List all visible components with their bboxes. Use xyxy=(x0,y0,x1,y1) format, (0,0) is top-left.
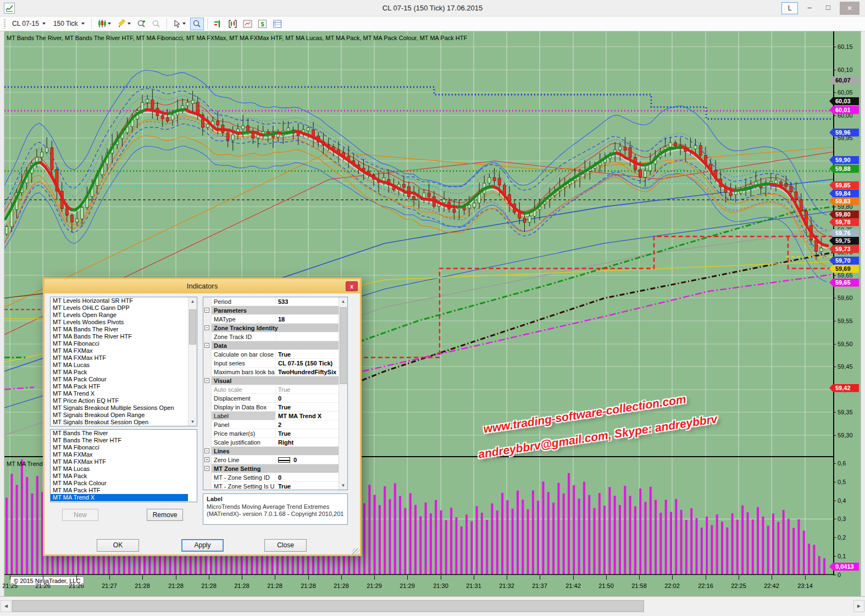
applied-indicator-item[interactable]: MT MA FXMax HTF xyxy=(51,458,188,465)
scroll-right-arrow[interactable]: ► xyxy=(853,600,864,612)
property-row[interactable]: MT - Zone Setting Is UTrue xyxy=(203,482,339,490)
indicators-button[interactable] xyxy=(211,18,225,30)
property-grid[interactable]: Period533−ParametersMAType18−Zone Tracki… xyxy=(203,297,348,490)
property-value[interactable] xyxy=(276,332,339,341)
interval-selector[interactable]: 150 Tick xyxy=(50,18,88,29)
property-value[interactable]: 18 xyxy=(276,315,339,323)
scroll-up-arrow[interactable]: ▲ xyxy=(188,297,197,306)
indicator-list-item[interactable]: MT MA Bands The River HTF xyxy=(51,333,188,340)
indicator-list-item[interactable]: MT MA Bands The River xyxy=(51,326,188,333)
data-box-button[interactable] xyxy=(190,18,204,30)
link-button[interactable]: L xyxy=(781,2,798,14)
property-row[interactable]: Panel2 xyxy=(203,420,339,429)
indicator-list-item[interactable]: MT MA Pack Colour xyxy=(51,376,188,383)
collapse-icon[interactable]: − xyxy=(204,466,209,471)
dialog-titlebar[interactable]: Indicators x xyxy=(45,279,360,293)
scroll-left-arrow[interactable]: ◄ xyxy=(1,600,12,612)
collapse-icon[interactable]: − xyxy=(204,308,209,313)
resize-grip[interactable] xyxy=(352,548,359,556)
maximize-button[interactable]: □ xyxy=(821,2,835,14)
account-data-button[interactable]: $ xyxy=(256,18,269,30)
scrollbar-thumb[interactable] xyxy=(189,309,196,345)
indicator-list-item[interactable]: MT MA Pack HTF xyxy=(51,383,188,390)
zoom-in-button[interactable] xyxy=(135,18,148,30)
applied-indicator-item[interactable]: MT MA Trend X xyxy=(51,494,188,501)
dialog-close-button[interactable]: x xyxy=(346,281,358,291)
property-value[interactable]: 0 xyxy=(276,473,339,481)
available-indicators-list[interactable]: MT Levels Horizontal SR HTFMT Levels OHL… xyxy=(50,297,197,426)
apply-button[interactable]: Apply xyxy=(181,539,224,552)
scroll-down-arrow[interactable]: ▼ xyxy=(339,481,347,490)
list-scrollbar[interactable]: ▲ ▼ xyxy=(188,297,197,426)
drawing-tools-button[interactable] xyxy=(115,18,134,30)
property-value[interactable]: True xyxy=(276,403,339,411)
collapse-icon[interactable]: − xyxy=(204,448,209,453)
property-value[interactable]: 0 xyxy=(276,394,339,402)
property-value[interactable]: MT MA Trend X xyxy=(276,412,339,420)
property-row[interactable]: Scale justificationRight xyxy=(203,438,339,447)
applied-indicator-item[interactable]: MT Bands The River HTF xyxy=(51,437,188,444)
property-section[interactable]: −Lines xyxy=(203,447,339,456)
property-section[interactable]: −MT Zone Setting xyxy=(203,464,339,473)
data-grid-button[interactable] xyxy=(270,18,284,30)
property-value[interactable]: 0 xyxy=(276,456,339,464)
property-value[interactable]: 533 xyxy=(276,297,339,306)
property-value[interactable]: True xyxy=(276,429,339,437)
applied-indicator-item[interactable]: MT MA Pack Colour xyxy=(51,480,188,487)
instrument-selector[interactable]: CL 07-15 xyxy=(9,18,49,29)
property-row[interactable]: MT - Zone Setting ID0 xyxy=(203,473,339,482)
grid-scrollbar[interactable]: ▲ ▼ xyxy=(339,297,347,490)
property-section[interactable]: −Parameters xyxy=(203,306,339,315)
time-axis[interactable]: © 2015 NinjaTrader, LLC 21:2521:2621:262… xyxy=(4,575,833,596)
applied-indicator-item[interactable]: MT MA Lucas xyxy=(51,465,188,473)
indicator-list-item[interactable]: MT MA Trend X xyxy=(51,390,188,397)
indicator-list-item[interactable]: MT MA FXMax HTF xyxy=(51,354,188,362)
property-section[interactable]: −Zone Tracking Identity xyxy=(203,324,339,332)
applied-indicator-item[interactable]: MT Bands The River xyxy=(51,430,188,437)
indicator-list-item[interactable]: MT MA Pack xyxy=(51,369,188,376)
price-axis[interactable]: 60,1560,1060,0560,0059,9559,9059,8559,80… xyxy=(833,31,864,596)
property-value[interactable]: True xyxy=(276,482,339,490)
close-dialog-button[interactable]: Close xyxy=(264,539,307,552)
property-row[interactable]: Calculate on bar closeTrue xyxy=(203,350,339,359)
applied-indicator-item[interactable]: MT MA Pack xyxy=(51,473,188,480)
applied-indicators-list[interactable]: MT Bands The RiverMT Bands The River HTF… xyxy=(50,429,197,502)
scroll-up-arrow[interactable]: ▲ xyxy=(339,297,347,306)
remove-button[interactable]: Remove xyxy=(147,509,183,521)
chart-properties-button[interactable] xyxy=(226,18,240,30)
indicator-list-item[interactable]: MT Levels OHLC Gann DPP xyxy=(51,304,188,312)
indicator-list-item[interactable]: MT MA Fibonacci xyxy=(51,340,188,347)
property-value[interactable]: CL 07-15 (150 Tick) xyxy=(276,359,339,367)
applied-indicator-item[interactable]: MT MA Pack HTF xyxy=(51,487,188,494)
applied-indicator-item[interactable]: MT MA FXMax xyxy=(51,451,188,458)
snapshot-button[interactable] xyxy=(241,18,254,30)
indicator-list-item[interactable]: MT Signals Breakout Multiple Sessions Op… xyxy=(51,404,188,412)
collapse-icon[interactable]: − xyxy=(204,325,209,330)
property-row[interactable]: Displacement0 xyxy=(203,394,339,403)
property-section[interactable]: −Data xyxy=(203,341,339,350)
minimize-button[interactable]: – xyxy=(802,2,817,14)
property-row[interactable]: +Zero Line0 xyxy=(203,456,339,464)
indicator-list-item[interactable]: MT Price Action EQ HTF xyxy=(51,397,188,404)
property-section[interactable]: −Visual xyxy=(203,376,339,385)
indicator-list-item[interactable]: MT Levels Horizontal SR HTF xyxy=(51,297,188,304)
indicator-list-item[interactable]: MT Levels Open Range xyxy=(51,312,188,319)
zoom-out-button[interactable] xyxy=(149,18,163,30)
applied-indicator-item[interactable]: MT MA Fibonacci xyxy=(51,444,188,451)
property-row[interactable]: Maximum bars look baTwoHundredFiftySix xyxy=(203,368,339,376)
indicator-list-item[interactable]: MT MA Lucas xyxy=(51,362,188,369)
property-value[interactable]: True xyxy=(276,385,339,393)
chart-style-button[interactable] xyxy=(95,18,114,30)
property-value[interactable]: True xyxy=(276,350,339,358)
property-row[interactable]: LabelMT MA Trend X xyxy=(203,412,339,420)
ok-button[interactable]: OK xyxy=(97,539,139,552)
property-value[interactable]: Right xyxy=(276,438,339,446)
property-row[interactable]: MAType18 xyxy=(203,315,339,324)
indicator-list-item[interactable]: MT Signals Breakout Open Range xyxy=(51,412,188,419)
property-row[interactable]: Zone Track ID xyxy=(203,332,339,341)
property-row[interactable]: Auto scaleTrue xyxy=(203,385,339,394)
property-row[interactable]: Input seriesCL 07-15 (150 Tick) xyxy=(203,359,339,368)
property-value[interactable]: TwoHundredFiftySix xyxy=(276,368,339,376)
scrollbar-thumb[interactable] xyxy=(340,307,347,384)
scroll-down-arrow[interactable]: ▼ xyxy=(188,418,197,426)
